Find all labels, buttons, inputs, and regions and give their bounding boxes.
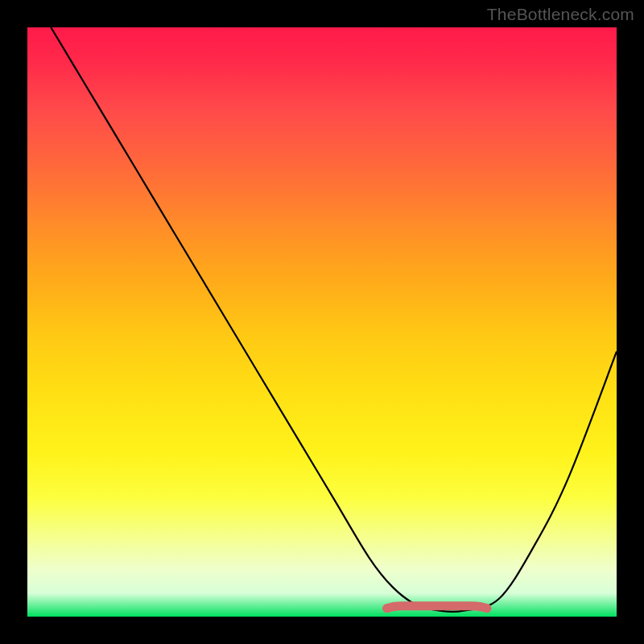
chart-frame	[27, 27, 617, 617]
bottleneck-curve-line	[51, 27, 617, 612]
chart-svg	[27, 27, 617, 617]
optimal-range-highlight	[387, 606, 487, 609]
watermark-text: TheBottleneck.com	[487, 5, 634, 24]
